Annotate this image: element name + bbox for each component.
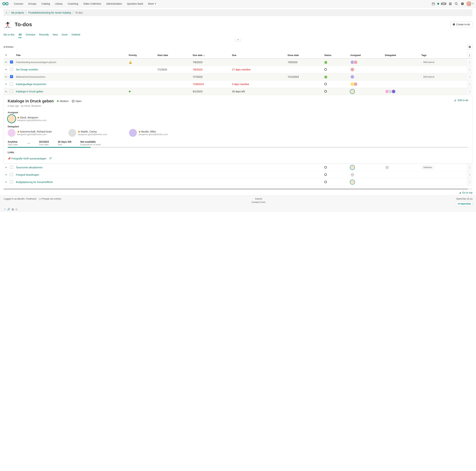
row-expand[interactable] — [3, 73, 9, 81]
row-checkbox[interactable] — [10, 82, 13, 85]
row-assigned — [349, 58, 383, 66]
logged-in-user[interactable]: Beutlin, Ferdinand — [17, 197, 36, 200]
kebab-icon: ⋮ — [469, 75, 471, 78]
col-duedate[interactable]: Due date ▲ — [191, 52, 231, 58]
row-actions[interactable]: ⋮ — [467, 164, 473, 171]
col-priority[interactable]: Priority — [127, 52, 156, 58]
row-title-link[interactable]: Set Design erstellen — [16, 68, 38, 71]
delegated-name: Beutlin, Bilbo — [141, 130, 156, 133]
user-menu[interactable]: ▼ — [466, 1, 474, 6]
search-icon[interactable] — [454, 2, 459, 6]
row-actions[interactable]: ⋮ — [467, 58, 473, 66]
brand-label: OpenOlat — [460, 202, 471, 205]
row-title-link[interactable]: Fotograf beauftragen — [16, 173, 39, 176]
row-actions[interactable]: ⋮ — [467, 171, 473, 179]
col-delegated[interactable]: Delegated — [384, 52, 420, 58]
tab-all[interactable]: All — [18, 32, 22, 38]
nav-item-courses[interactable]: Courses — [11, 0, 26, 7]
pencil-icon — [454, 99, 457, 101]
row-actions[interactable]: ⋮ — [467, 81, 473, 88]
row-title-link[interactable]: Kataloge in Druck geben — [16, 90, 43, 93]
nav-item-coaching[interactable]: Coaching — [65, 0, 81, 7]
tab-overdue[interactable]: Overdue — [26, 32, 35, 38]
tab-deleted[interactable]: Deleted — [71, 32, 80, 38]
breadcrumb-back-icon[interactable]: ‹ — [6, 11, 7, 14]
nav-item-groups[interactable]: Groups — [26, 0, 39, 7]
row-checkbox[interactable] — [10, 68, 13, 71]
row-title-link[interactable]: Taxonomie aktualisieren — [16, 166, 43, 169]
row-expand[interactable] — [3, 179, 9, 186]
nav-item-administration[interactable]: Administration — [104, 0, 124, 7]
linked-item[interactable]: 📌 Fotografie NUR aussenanlagen — [8, 157, 46, 160]
col-tags[interactable]: Tags — [420, 52, 467, 58]
row-donedate — [286, 179, 323, 186]
nav-more[interactable]: More ▼ — [146, 0, 159, 7]
table-settings-button[interactable] — [467, 44, 473, 50]
row-checkbox[interactable] — [10, 90, 13, 93]
table-row: Kataloge in Druck geben 9/1/2023 30 days… — [3, 88, 473, 95]
delegated-email: benjamin.glock@frentix.com — [17, 133, 52, 136]
row-expand[interactable] — [3, 171, 9, 179]
todos-illustration-icon: ✦ — [3, 20, 12, 29]
tab-my-to-dos[interactable]: My to-dos — [3, 32, 15, 38]
breadcrumb-link-1[interactable]: Produktfotoshooting für neuen Katalog — [28, 11, 71, 14]
row-expand[interactable] — [3, 81, 9, 88]
go-to-top[interactable]: ▲ Go to top — [0, 190, 476, 195]
row-delegated — [384, 88, 420, 95]
svg-rect-2 — [432, 3, 435, 5]
horizontal-scrollbar[interactable] — [3, 188, 473, 190]
row-title-link[interactable]: Fotoshooting Aussenanlagen planen — [16, 61, 56, 64]
row-checkbox[interactable] — [10, 75, 13, 78]
row-donedate: 7/5/2023 — [286, 58, 323, 66]
tab-new[interactable]: New — [53, 32, 58, 38]
edit-todo-link[interactable]: Edit to-do — [454, 99, 468, 102]
row-checkbox[interactable] — [10, 173, 13, 176]
breadcrumb-link-0[interactable]: My projects — [11, 11, 24, 14]
external-link-icon[interactable] — [49, 157, 52, 160]
row-checkbox[interactable] — [10, 166, 13, 169]
calendar-icon[interactable] — [431, 2, 436, 6]
col-title[interactable]: Title — [15, 52, 127, 58]
col-due[interactable]: Due — [231, 52, 286, 58]
row-checkbox[interactable] — [10, 180, 13, 183]
nav-item-catalog[interactable]: Catalog — [39, 0, 52, 7]
row-actions[interactable]: ⋮ — [467, 73, 473, 81]
scrollbar-thumb[interactable] — [3, 188, 468, 190]
row-actions[interactable]: ⋮ — [467, 179, 473, 186]
row-expand[interactable] — [3, 58, 9, 66]
target-icon[interactable]: ◎ — [15, 208, 17, 211]
row-expand[interactable] — [3, 88, 9, 95]
qr-icon[interactable]: ▦ — [12, 208, 14, 211]
row-actions[interactable]: ⋮ — [467, 88, 473, 95]
expand-toggle-button[interactable] — [235, 38, 241, 42]
row-expand[interactable] — [3, 66, 9, 73]
openolat-badge[interactable]: ∞ OpenOlat — [456, 201, 473, 206]
row-title-link[interactable]: Katalogauflage besprechen — [16, 83, 46, 86]
col-status[interactable]: Status — [323, 52, 349, 58]
imprint-link[interactable]: Imprint — [255, 197, 262, 200]
tab-done[interactable]: Done — [62, 32, 68, 38]
col-startdate[interactable]: Start date — [156, 52, 191, 58]
help-icon[interactable]: ? — [460, 2, 465, 6]
tab-recently[interactable]: Recently — [39, 32, 49, 38]
nav-item-video-collection[interactable]: Video Collection — [81, 0, 104, 7]
col-assigned[interactable]: Assigned — [349, 52, 383, 58]
counter-pill[interactable]: 0/6 — [441, 2, 446, 5]
row-title-link[interactable]: Bildmaterial heraussuchen — [16, 75, 45, 78]
row-title-link[interactable]: Budgetplanung für Gesamtofferte — [16, 181, 53, 184]
share-icon[interactable]: ↗ — [3, 208, 6, 211]
row-actions[interactable]: ⋮ — [467, 66, 473, 73]
delegated-name: Waitiki, Carina — [81, 130, 97, 133]
col-expand[interactable] — [3, 52, 9, 58]
contact-link[interactable]: Contact Form — [252, 201, 266, 203]
nav-item-library[interactable]: Library — [52, 0, 65, 7]
print-icon[interactable] — [448, 2, 452, 6]
logo[interactable] — [2, 2, 10, 6]
create-todo-button[interactable]: Create to-do — [450, 22, 473, 27]
row-checkbox[interactable] — [10, 60, 13, 64]
link-icon[interactable]: 🔗 — [7, 208, 10, 211]
col-actions[interactable]: ⋮ — [467, 52, 473, 58]
nav-item-question-bank[interactable]: Question bank — [124, 0, 146, 7]
row-expand[interactable] — [3, 164, 9, 171]
col-donedate[interactable]: Done date — [286, 52, 323, 58]
